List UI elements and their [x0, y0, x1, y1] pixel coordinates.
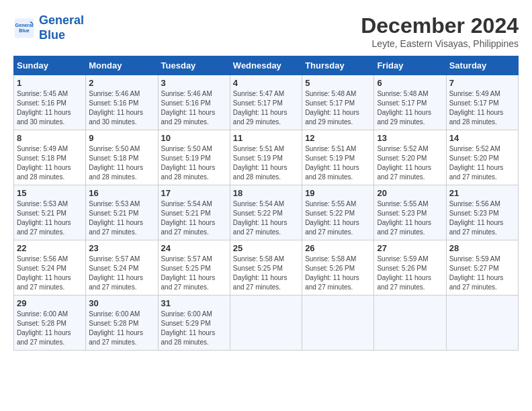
sunset-label: Sunset: 5:17 PM: [305, 99, 355, 107]
day-number: 15: [17, 188, 83, 198]
sunrise-label: Sunrise: 5:46 AM: [89, 90, 140, 97]
sunset-label: Sunset: 5:28 PM: [17, 320, 66, 327]
day-detail: Sunrise: 6:00 AM Sunset: 5:29 PM Dayligh…: [161, 310, 227, 347]
sunset-label: Sunset: 5:26 PM: [377, 265, 427, 272]
day-number: 16: [89, 188, 154, 198]
daylight-label: Daylight: 11 hours and 28 minutes.: [161, 164, 216, 181]
daylight-label: Daylight: 11 hours and 27 minutes.: [17, 219, 71, 236]
day-detail: Sunrise: 5:54 AM Sunset: 5:22 PM Dayligh…: [233, 199, 299, 237]
day-number: 10: [161, 133, 227, 143]
day-number: 6: [377, 78, 443, 88]
day-detail: Sunrise: 5:53 AM Sunset: 5:21 PM Dayligh…: [17, 199, 83, 237]
day-number: 14: [449, 133, 515, 143]
daylight-label: Daylight: 11 hours and 27 minutes.: [305, 274, 359, 291]
sunrise-label: Sunrise: 5:54 AM: [161, 200, 212, 208]
day-detail: Sunrise: 5:51 AM Sunset: 5:19 PM Dayligh…: [305, 144, 371, 182]
sunrise-label: Sunrise: 5:50 AM: [161, 145, 212, 152]
sunset-label: Sunset: 5:27 PM: [449, 265, 499, 272]
table-row: [446, 295, 518, 351]
day-detail: Sunrise: 6:00 AM Sunset: 5:28 PM Dayligh…: [17, 310, 83, 347]
table-row: 15 Sunrise: 5:53 AM Sunset: 5:21 PM Dayl…: [14, 185, 86, 240]
day-detail: Sunrise: 6:00 AM Sunset: 5:28 PM Dayligh…: [89, 310, 154, 347]
day-number: 8: [17, 133, 83, 143]
sunset-label: Sunset: 5:28 PM: [89, 320, 138, 327]
table-row: [302, 295, 374, 351]
table-row: 18 Sunrise: 5:54 AM Sunset: 5:22 PM Dayl…: [230, 185, 302, 240]
sunset-label: Sunset: 5:20 PM: [449, 154, 499, 162]
sunset-label: Sunset: 5:23 PM: [377, 210, 427, 217]
day-number: 19: [305, 188, 371, 198]
table-row: [230, 295, 302, 351]
daylight-label: Daylight: 11 hours and 27 minutes.: [89, 274, 143, 291]
sunset-label: Sunset: 5:17 PM: [233, 99, 283, 107]
table-row: 30 Sunrise: 6:00 AM Sunset: 5:28 PM Dayl…: [86, 295, 158, 351]
sunrise-label: Sunrise: 5:45 AM: [17, 90, 68, 97]
page-header: General Blue General Blue December 2024 …: [13, 13, 519, 49]
sunrise-label: Sunrise: 5:51 AM: [305, 145, 356, 152]
day-detail: Sunrise: 5:58 AM Sunset: 5:25 PM Dayligh…: [233, 255, 299, 292]
sunset-label: Sunset: 5:16 PM: [17, 99, 66, 107]
daylight-label: Daylight: 11 hours and 28 minutes.: [449, 109, 504, 126]
sunset-label: Sunset: 5:24 PM: [89, 265, 138, 272]
day-detail: Sunrise: 5:50 AM Sunset: 5:18 PM Dayligh…: [89, 144, 154, 182]
daylight-label: Daylight: 11 hours and 27 minutes.: [449, 219, 504, 236]
day-number: 21: [449, 188, 515, 198]
day-number: 12: [305, 133, 371, 143]
sunset-label: Sunset: 5:25 PM: [161, 265, 211, 272]
location-subtitle: Leyte, Eastern Visayas, Philippines: [361, 38, 519, 49]
day-number: 28: [449, 243, 515, 253]
day-detail: Sunrise: 5:55 AM Sunset: 5:22 PM Dayligh…: [305, 199, 371, 237]
sunrise-label: Sunrise: 5:49 AM: [449, 90, 500, 97]
daylight-label: Daylight: 11 hours and 30 minutes.: [17, 109, 71, 126]
day-detail: Sunrise: 5:58 AM Sunset: 5:26 PM Dayligh…: [305, 255, 371, 292]
day-detail: Sunrise: 5:59 AM Sunset: 5:26 PM Dayligh…: [377, 255, 443, 292]
table-row: 25 Sunrise: 5:58 AM Sunset: 5:25 PM Dayl…: [230, 240, 302, 295]
day-detail: Sunrise: 5:49 AM Sunset: 5:18 PM Dayligh…: [17, 144, 83, 182]
table-row: 12 Sunrise: 5:51 AM Sunset: 5:19 PM Dayl…: [302, 130, 374, 185]
daylight-label: Daylight: 11 hours and 28 minutes.: [233, 164, 287, 181]
daylight-label: Daylight: 11 hours and 27 minutes.: [89, 219, 143, 236]
day-number: 5: [305, 78, 371, 88]
table-row: 9 Sunrise: 5:50 AM Sunset: 5:18 PM Dayli…: [86, 130, 158, 185]
daylight-label: Daylight: 11 hours and 29 minutes.: [233, 109, 287, 126]
daylight-label: Daylight: 11 hours and 27 minutes.: [17, 274, 71, 291]
table-row: 27 Sunrise: 5:59 AM Sunset: 5:26 PM Dayl…: [374, 240, 446, 295]
table-row: 29 Sunrise: 6:00 AM Sunset: 5:28 PM Dayl…: [14, 295, 86, 351]
day-number: 13: [377, 133, 443, 143]
day-detail: Sunrise: 5:49 AM Sunset: 5:17 PM Dayligh…: [449, 89, 515, 127]
table-row: 5 Sunrise: 5:48 AM Sunset: 5:17 PM Dayli…: [302, 75, 374, 130]
day-detail: Sunrise: 5:54 AM Sunset: 5:21 PM Dayligh…: [161, 199, 227, 237]
day-number: 23: [89, 243, 154, 253]
sunset-label: Sunset: 5:17 PM: [377, 99, 427, 107]
header-tuesday: Tuesday: [158, 56, 230, 75]
logo: General Blue General Blue: [13, 13, 84, 42]
day-detail: Sunrise: 5:46 AM Sunset: 5:16 PM Dayligh…: [161, 89, 227, 127]
day-detail: Sunrise: 5:56 AM Sunset: 5:24 PM Dayligh…: [17, 255, 83, 292]
day-detail: Sunrise: 5:48 AM Sunset: 5:17 PM Dayligh…: [377, 89, 443, 127]
sunset-label: Sunset: 5:19 PM: [233, 154, 283, 162]
daylight-label: Daylight: 11 hours and 27 minutes.: [89, 329, 143, 346]
table-row: 11 Sunrise: 5:51 AM Sunset: 5:19 PM Dayl…: [230, 130, 302, 185]
sunset-label: Sunset: 5:21 PM: [17, 210, 66, 217]
sunset-label: Sunset: 5:23 PM: [449, 210, 499, 217]
sunrise-label: Sunrise: 5:59 AM: [449, 255, 500, 263]
sunrise-label: Sunrise: 5:57 AM: [161, 255, 212, 263]
day-number: 29: [17, 298, 83, 308]
day-number: 17: [161, 188, 227, 198]
day-detail: Sunrise: 5:52 AM Sunset: 5:20 PM Dayligh…: [377, 144, 443, 182]
sunrise-label: Sunrise: 5:53 AM: [89, 200, 140, 208]
daylight-label: Daylight: 11 hours and 30 minutes.: [89, 109, 143, 126]
table-row: 23 Sunrise: 5:57 AM Sunset: 5:24 PM Dayl…: [86, 240, 158, 295]
sunrise-label: Sunrise: 5:56 AM: [17, 255, 68, 263]
sunrise-label: Sunrise: 6:00 AM: [161, 310, 212, 318]
day-number: 22: [17, 243, 83, 253]
daylight-label: Daylight: 11 hours and 28 minutes.: [305, 164, 359, 181]
sunrise-label: Sunrise: 5:58 AM: [305, 255, 356, 263]
day-detail: Sunrise: 5:48 AM Sunset: 5:17 PM Dayligh…: [305, 89, 371, 127]
svg-text:Blue: Blue: [19, 27, 30, 33]
daylight-label: Daylight: 11 hours and 27 minutes.: [449, 164, 504, 181]
logo-text: General: [39, 13, 84, 28]
day-number: 24: [161, 243, 227, 253]
sunset-label: Sunset: 5:21 PM: [89, 210, 138, 217]
logo-subtext: Blue: [39, 28, 84, 43]
